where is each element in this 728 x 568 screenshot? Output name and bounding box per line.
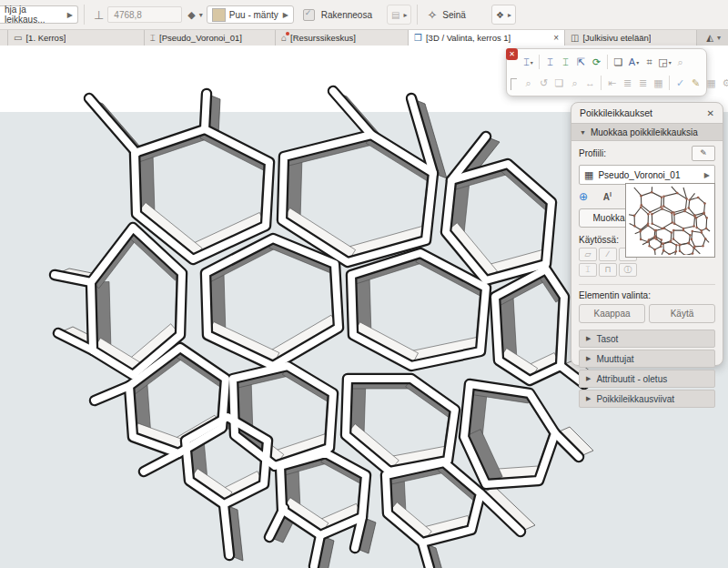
tab-library[interactable]: ⌂[Resurssikeskus] — [276, 30, 409, 46]
profile-settings-icon: ⚙ — [723, 77, 728, 89]
chevron-right-icon: ▸ — [403, 11, 407, 19]
chevron-down-icon: ▾ — [669, 59, 672, 66]
material-swatch — [212, 8, 226, 22]
panel-titlebar[interactable]: Poikkileikkaukset ✕ — [571, 103, 723, 123]
import-profile-icon: ⇱ — [577, 56, 585, 68]
inject-parameters-button[interactable]: ⌗ — [642, 54, 657, 70]
panel-accordion: ▶Tasot▶Muuttujat▶Attribuutit - oletus▶Po… — [579, 330, 715, 408]
floor-plan-icon: ▭ — [14, 34, 22, 43]
context-dropdown[interactable]: hja ja leikkaus... ▶ — [0, 5, 78, 24]
height-input[interactable]: 4768,8 — [107, 6, 182, 23]
edit-hatch-icon: ✎ — [692, 77, 700, 89]
chevron-right-icon: ▶ — [586, 355, 591, 362]
tab-floor-plan[interactable]: ▭[1. Kerros] — [8, 30, 145, 46]
tab-label: [Julkisivu etelään] — [582, 33, 651, 43]
panel-body: Profiili: ✎ ▦ Pseudo_Voronoi_01 ▶ ⊕ AI ✕… — [571, 141, 723, 414]
tab-bar: ▭[1. Kerros]⌶[Pseudo_Voronoi_01]⌂[Resurs… — [0, 30, 728, 46]
confirm-changes-button[interactable]: ✓ — [672, 75, 688, 91]
3d-view-icon: ❒ — [414, 34, 422, 43]
surface-paint-dropdown[interactable]: ◆ ▾ — [187, 9, 202, 21]
chevron-down-icon: ▾ — [636, 59, 639, 66]
toolbar-drag-handle[interactable] — [511, 78, 517, 90]
update-profile-button[interactable]: ⌶ — [558, 54, 573, 70]
open-table-icon: ▦ — [706, 77, 715, 89]
close-toolbar-button[interactable]: ✕ — [506, 48, 518, 60]
chevron-down-icon: ▾ — [199, 11, 203, 19]
pickup-parameters-button[interactable]: A▾ — [626, 54, 642, 70]
wand-icon: ✧ — [427, 8, 437, 22]
material-name: Puu - mänty rae... — [229, 10, 279, 20]
material-dropdown[interactable]: Puu - mänty rae... ▶ — [207, 5, 294, 24]
reload-library-button[interactable]: ⟳ — [589, 54, 604, 70]
toolbar-separator — [539, 55, 540, 69]
wall-icon: ▱ — [579, 248, 597, 261]
toolbar-separator — [669, 76, 670, 90]
accordion-row[interactable]: ▶Attribuutit - oletus — [579, 370, 715, 388]
rotate-view-button: ↺ — [536, 75, 551, 91]
close-tab-icon[interactable]: × — [546, 33, 559, 43]
chevron-right-icon: ▶ — [586, 375, 591, 382]
tab-3d-view[interactable]: ❒[3D / Valinta, kerros 1]× — [409, 30, 565, 46]
tab-elevation[interactable]: ◫[Julkisivu etelään] — [565, 30, 697, 46]
accordion-row[interactable]: ▶Muuttujat — [579, 350, 715, 368]
section-header-edit-cross-sections[interactable]: ▼ Muokkaa poikkileikkauksia — [571, 123, 723, 141]
accessory-tool-button[interactable]: ▤ ▸ — [387, 5, 411, 25]
edit-hatch-button[interactable]: ✎ — [688, 75, 703, 91]
list-warnings-icon: ≣ — [623, 77, 632, 89]
pan-view-button: ↔ — [582, 75, 598, 91]
store-profile-button[interactable]: ⌶ — [542, 54, 558, 70]
beam-icon: ∕ — [599, 248, 617, 261]
open-table-button: ▦ — [703, 75, 719, 91]
tab-overflow-stub[interactable] — [0, 30, 8, 46]
browse-profiles-button[interactable]: ❏ — [611, 54, 626, 70]
structure-checkbox[interactable] — [303, 9, 315, 21]
profile-combo[interactable]: ▦ Pseudo_Voronoi_01 ▶ — [579, 165, 715, 185]
profile-floating-toolbar: ✕ ⌶▾⌶⌶⇱⟳❏A▾⌗◲▾⌕ ⌕↺❏⌕↔⇤≣≣▦✓✎▦⚙ — [506, 48, 707, 96]
library-icon: ⌂ — [281, 34, 287, 43]
store-profile-icon: ⌶ — [547, 56, 553, 68]
accordion-row[interactable]: ▶Tasot — [579, 330, 715, 348]
tab-profile[interactable]: ⌶[Pseudo_Voronoi_01] — [145, 30, 276, 46]
axonometry-icon: ◭ — [706, 33, 713, 43]
hatch-icon: ▦ — [584, 169, 593, 181]
chevron-down-icon: ▾ — [531, 59, 533, 66]
element-selection-label: Elementin valinta: — [579, 284, 715, 300]
save-profile-button[interactable]: ◲▾ — [657, 54, 672, 70]
elevation-icon: ◫ — [571, 34, 579, 43]
toolbar-separator — [607, 55, 608, 69]
toolbar-row-1: ⌶▾⌶⌶⇱⟳❏A▾⌗◲▾⌕ — [521, 52, 688, 72]
search-profile-button: ⌕ — [672, 54, 688, 70]
view-mode-button[interactable]: ◭ ▾ — [699, 30, 728, 46]
import-profile-button[interactable]: ⇱ — [573, 54, 589, 70]
info-toolbar: hja ja leikkaus... ▶ ⊥ 4768,8 ◆ ▾ Puu - … — [0, 0, 728, 30]
chevron-right-icon: ▶ — [704, 171, 710, 179]
pickup-parameters-icon: A — [629, 56, 635, 67]
tab-label: [1. Kerros] — [25, 33, 66, 43]
handrail-icon: ⌶ — [579, 263, 597, 277]
close-icon[interactable]: ✕ — [707, 108, 714, 118]
chevron-right-icon: ▶ — [67, 11, 73, 19]
list-items-icon: ≣ — [639, 77, 647, 89]
rename-profile-button[interactable]: AI — [603, 191, 612, 202]
list-items-button: ≣ — [635, 75, 651, 91]
profile-manager-button[interactable]: ✎ — [692, 146, 715, 161]
edit-selected-profile-button[interactable]: ⌶▾ — [521, 54, 536, 70]
profile-settings-button: ⚙ — [719, 75, 728, 91]
tab-strip: ▭[1. Kerros]⌶[Pseudo_Voronoi_01]⌂[Resurs… — [8, 30, 697, 46]
paint-bucket-icon: ◆ — [187, 9, 195, 21]
add-profile-button[interactable]: ⊕ — [579, 190, 588, 203]
capture-button[interactable]: Kaappaa — [579, 304, 645, 323]
structure-checkbox-label: Rakenneosa — [321, 10, 372, 20]
accessory-icon: ▤ — [391, 10, 399, 20]
accordion-label: Muuttujat — [596, 354, 633, 364]
accordion-row[interactable]: ▶Poikkileikkausviivat — [579, 390, 715, 408]
object-3d-icon: ❖ — [496, 10, 504, 20]
accordion-label: Attribuutit - oletus — [596, 374, 667, 384]
zoom-window-button: ❏ — [551, 75, 567, 91]
profile-preview — [625, 183, 715, 258]
apply-button[interactable]: Käytä — [649, 304, 715, 323]
object-3d-button[interactable]: ❖ ▸ — [491, 5, 516, 25]
zoom-extents-icon: ⌕ — [571, 77, 577, 89]
notification-dot — [286, 32, 289, 36]
context-dropdown-value: hja ja leikkaus... — [5, 5, 64, 25]
